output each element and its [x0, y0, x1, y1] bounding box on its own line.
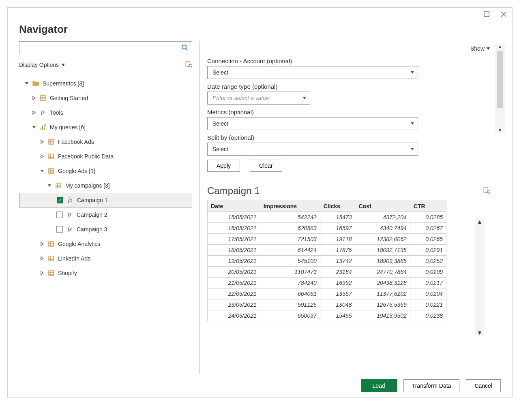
refresh-icon[interactable] — [185, 61, 192, 69]
table-row[interactable]: 22/05/20216640611356711377,62020,0204 — [208, 288, 446, 299]
display-options-menu[interactable]: Display Options — [19, 62, 65, 68]
table-cell: 13567 — [320, 288, 355, 299]
footer: Load Transform Data Cancel — [8, 374, 512, 397]
titlebar — [8, 8, 512, 21]
combo-placeholder: Enter or select a value — [212, 95, 269, 101]
search-box[interactable] — [19, 41, 192, 54]
splitby-select[interactable]: Select — [207, 143, 418, 156]
caret-down-icon — [32, 125, 36, 129]
connection-label: Connection - Account (optional) — [207, 58, 490, 64]
tree-node-supermetrics[interactable]: Supermetrics [3] — [19, 76, 192, 91]
tree-node-facebook-public-data[interactable]: Facebook Public Data — [19, 149, 192, 164]
table-row[interactable]: 24/05/20216500371546519413,95020,0238 — [208, 310, 446, 321]
tree-node-getting-started[interactable]: Getting Started — [19, 91, 192, 105]
preview-title: Campaign 1 — [207, 185, 260, 197]
scroll-thumb[interactable] — [497, 51, 503, 108]
tree-label: Getting Started — [50, 95, 88, 101]
tree-node-campaign-3[interactable]: fx Campaign 3 — [19, 222, 192, 237]
table-cell: 4372,204 — [355, 212, 410, 223]
chevron-down-icon — [410, 71, 414, 75]
scroll-down-icon[interactable]: ▼ — [477, 329, 483, 336]
tree-node-my-queries[interactable]: My queries [6] — [19, 120, 192, 135]
table-cell: 24770,7864 — [355, 267, 410, 278]
table-cell: 24/05/2021 — [208, 310, 260, 321]
tree-node-linkedin-ads[interactable]: LinkedIn Ads — [19, 251, 192, 266]
clear-button[interactable]: Clear — [250, 160, 282, 172]
caret-down-icon — [25, 81, 29, 85]
metrics-select[interactable]: Select — [207, 117, 418, 130]
table-row[interactable]: 20/05/202111074732318424770,78640,0209 — [208, 267, 446, 278]
table-cell: 12382,0062 — [355, 234, 410, 245]
column-header[interactable]: Impressions — [260, 201, 320, 212]
table-cell: 0,0217 — [410, 278, 446, 288]
date-range-label: Date range type (optional) — [207, 83, 490, 90]
maximize-icon[interactable] — [484, 11, 489, 18]
checkbox-icon[interactable]: ✓ — [57, 197, 63, 203]
tree-label: Campaign 1 — [77, 197, 108, 203]
tree-node-facebook-ads[interactable]: Facebook Ads — [19, 135, 192, 149]
query-form: Connection - Account (optional) Select D… — [207, 56, 490, 172]
table-cell: 591125 — [260, 299, 320, 310]
load-button[interactable]: Load — [361, 379, 397, 392]
table-cell: 664061 — [260, 288, 320, 299]
tree-label: Campaign 3 — [77, 227, 107, 232]
table-row[interactable]: 19/05/20215451001374218909,38850,0252 — [208, 256, 446, 267]
transform-data-button[interactable]: Transform Data — [403, 379, 460, 392]
checkbox-icon[interactable] — [56, 226, 63, 233]
tree-node-shopify[interactable]: Shopify — [19, 266, 192, 280]
tree-node-my-campaigns[interactable]: My campaigns [3] — [19, 178, 192, 193]
connection-select[interactable]: Select — [207, 66, 418, 79]
table-cell: 18/05/2021 — [208, 245, 260, 256]
select-value: Select — [212, 69, 228, 76]
date-range-combo[interactable]: Enter or select a value — [207, 92, 310, 105]
checkbox-icon[interactable] — [56, 212, 63, 218]
outer-scrollbar[interactable]: ▲ ▼ — [495, 44, 505, 133]
table-cell: 19413,9502 — [355, 310, 410, 321]
tree-node-google-ads[interactable]: Google Ads [1] — [19, 164, 192, 178]
tree-label: My campaigns [3] — [65, 183, 110, 188]
search-input[interactable] — [19, 42, 177, 54]
display-options-label: Display Options — [19, 62, 59, 68]
table-cell: 19118 — [320, 234, 355, 245]
column-header[interactable]: Cost — [355, 201, 410, 212]
caret-right-icon — [40, 271, 44, 275]
metrics-label: Metrics (optional) — [207, 109, 490, 115]
right-panel: Show Connection - Account (optional) Sel… — [200, 41, 505, 374]
search-icon[interactable] — [177, 44, 192, 52]
column-header[interactable]: Date — [208, 201, 260, 212]
caret-right-icon — [40, 242, 44, 246]
table-row[interactable]: 18/05/20216144241787518092,71350,0291 — [208, 245, 446, 256]
close-icon[interactable] — [501, 11, 506, 18]
scroll-up-icon[interactable]: ▲ — [477, 218, 483, 225]
column-header[interactable]: Clicks — [320, 201, 355, 212]
tree-node-campaign-2[interactable]: fx Campaign 2 — [19, 207, 192, 222]
show-menu[interactable]: Show — [207, 41, 490, 56]
preview-table: DateImpressionsClicksCostCTR 15/05/20215… — [207, 201, 446, 321]
table-row[interactable]: 16/05/2021620583165974340,74940,0267 — [208, 223, 446, 234]
tree-node-tools[interactable]: fx Tools — [19, 105, 192, 120]
column-header[interactable]: CTR — [410, 201, 446, 212]
table-row[interactable]: 17/05/20217215031911812382,00620,0265 — [208, 234, 446, 245]
table-icon — [39, 95, 47, 101]
page-title: Navigator — [19, 23, 501, 36]
caret-right-icon — [32, 96, 36, 100]
inner-scrollbar[interactable]: ▲ ▼ — [475, 218, 485, 336]
table-cell: 11377,6202 — [355, 288, 410, 299]
tree-node-google-analytics[interactable]: Google Analytics — [19, 237, 192, 251]
table-row[interactable]: 15/05/2021542242154734372,2040,0285 — [208, 212, 446, 223]
refresh-preview-icon[interactable] — [483, 187, 490, 195]
table-row[interactable]: 21/05/20217842401699220438,31280,0217 — [208, 278, 446, 288]
table-cell: 15473 — [320, 212, 355, 223]
caret-down-icon — [40, 169, 44, 173]
cancel-button[interactable]: Cancel — [466, 379, 501, 392]
table-icon — [47, 270, 55, 276]
apply-button[interactable]: Apply — [207, 160, 240, 172]
navigator-tree: Supermetrics [3] Getting Started fx Tool… — [19, 76, 192, 280]
table-cell: 12676,5369 — [355, 299, 410, 310]
tree-node-campaign-1[interactable]: ✓ fx Campaign 1 — [19, 193, 192, 207]
table-icon — [55, 182, 62, 189]
scroll-down-icon[interactable]: ▼ — [498, 127, 502, 133]
chevron-down-icon — [61, 63, 65, 67]
scroll-up-icon[interactable]: ▲ — [498, 44, 502, 49]
table-row[interactable]: 23/05/20215911251304812676,53690,0221 — [208, 299, 446, 310]
